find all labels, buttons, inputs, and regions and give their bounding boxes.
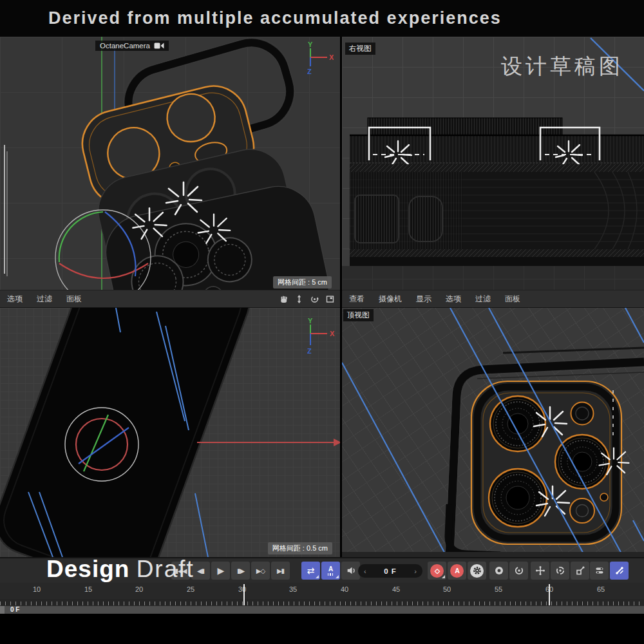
ruler-number: 30 <box>238 585 246 593</box>
viewport-right-view: 右视图 设计草稿图 <box>342 37 644 290</box>
menu-filter[interactable]: 过滤 <box>468 294 498 305</box>
playhead-marker[interactable] <box>0 606 5 614</box>
pla-toggle-button[interactable] <box>610 562 629 580</box>
orbit-icon <box>310 294 319 304</box>
go-to-start-button[interactable]: ▮◀◀ <box>171 562 190 580</box>
viewport-canvas-perspective[interactable] <box>0 37 340 290</box>
autokey-icon: A <box>450 564 464 578</box>
play-button[interactable]: ▶ <box>211 562 230 580</box>
move-icon <box>535 565 545 576</box>
ruler-number: 55 <box>495 585 502 593</box>
sliders-icon <box>594 565 605 576</box>
scale-toggle-button[interactable] <box>571 562 589 580</box>
record-keyframe-icon: ◇ <box>430 564 444 578</box>
app-window: Derived from multiple accumulated experi… <box>0 0 644 644</box>
menu-panel[interactable]: 面板 <box>59 294 89 305</box>
loop-mode-button[interactable]: ⇄ <box>301 562 320 580</box>
camera-label-badge: OctaneCamera <box>95 41 169 51</box>
y-axis-label: Y <box>308 41 313 48</box>
parameter-toggle-button[interactable] <box>590 562 609 580</box>
menu-options[interactable]: 选项 <box>0 294 30 305</box>
orbit-tool-button[interactable] <box>307 292 321 306</box>
frame-step-down-icon[interactable]: ‹ <box>364 567 366 575</box>
record-rotation-button[interactable] <box>509 562 528 580</box>
rotation-record-icon <box>514 565 524 576</box>
timeline-ruler[interactable]: 10 15 20 25 30 35 40 45 50 55 60 65 <box>0 583 644 599</box>
z-axis-label: Z <box>307 68 312 75</box>
next-key-button[interactable]: ▶◇ <box>251 562 270 580</box>
gear-icon <box>470 564 484 578</box>
point-level-animation-icon <box>614 565 625 576</box>
viewport-canvas-top-view[interactable] <box>342 308 644 557</box>
ruler-number: 50 <box>443 585 451 593</box>
dolly-icon <box>294 294 304 304</box>
camera-label: OctaneCamera <box>100 42 150 50</box>
ruler-number: 15 <box>84 585 92 593</box>
ruler-number: 40 <box>341 585 348 593</box>
menu-view[interactable]: 查看 <box>342 294 372 305</box>
record-keyframe-button[interactable]: ◇ <box>428 562 446 580</box>
ruler-number: 10 <box>33 585 41 593</box>
x-axis-label: X <box>330 330 335 337</box>
watermark-text: 设计草稿图 <box>501 52 623 81</box>
record-position-button[interactable] <box>489 562 508 580</box>
view-label-top: 顶视图 <box>343 309 374 321</box>
maximize-icon <box>325 294 335 304</box>
view-label-right: 右视图 <box>345 43 375 55</box>
frame-tick-strip[interactable] <box>0 599 644 606</box>
z-axis-label: Z <box>307 347 312 355</box>
ruler-number: 65 <box>597 585 605 593</box>
camera-icon <box>154 42 164 50</box>
page-title: Derived from multiple accumulated experi… <box>0 0 644 37</box>
timeline-scrubber[interactable]: 0 F <box>0 606 644 614</box>
brand-bold: Design <box>46 556 129 582</box>
next-frame-button[interactable]: ▮▶ <box>231 562 250 580</box>
autokeying-button[interactable]: A <box>448 562 466 580</box>
keying-settings-button[interactable] <box>468 562 486 580</box>
frame-value: 0 F <box>384 567 397 575</box>
current-frame-label: 0 F <box>10 606 19 614</box>
previous-frame-button[interactable]: ◀▮ <box>191 562 210 580</box>
animation-keys-button[interactable]: A <box>321 562 340 580</box>
hand-icon <box>279 294 289 304</box>
viewport-canvas-front-view[interactable] <box>0 308 340 557</box>
ruler-number: 20 <box>135 585 143 593</box>
position-record-icon <box>494 565 504 576</box>
menubar-perspective: 选项 过滤 面板 <box>0 290 340 308</box>
ruler-number: 25 <box>187 585 194 593</box>
rotation-toggle-button[interactable] <box>551 562 569 580</box>
viewport-front-view: Y X Z 网格间距 : 0.5 cm <box>0 308 340 557</box>
bottom-spacer <box>0 614 644 644</box>
timeline-bar: Design Draft ▮◀◀ ◀▮ ▶ ▮▶ ▶◇ ▶▮ ⇄ A <box>0 557 644 583</box>
ruler-number: 35 <box>289 585 297 593</box>
menubar-right-view: 查看 摄像机 显示 选项 过滤 面板 <box>342 290 644 308</box>
menu-cameras[interactable]: 摄像机 <box>372 294 409 305</box>
menu-options[interactable]: 选项 <box>439 294 468 305</box>
maximize-view-button[interactable] <box>323 292 337 306</box>
frame-field[interactable]: ‹ 0 F › <box>358 564 422 578</box>
menu-panel[interactable]: 面板 <box>498 294 527 305</box>
axis-gizmo-front: Y X Z <box>298 318 336 359</box>
grid-spacing-badge: 网格间距 : 0.5 cm <box>268 542 332 554</box>
viewport-shade <box>342 266 644 290</box>
viewport-perspective: OctaneCamera Y X Z 网格间距 : 5 cm <box>0 37 340 290</box>
go-to-end-button[interactable]: ▶▮ <box>271 562 290 580</box>
key-bars-icon <box>328 573 334 576</box>
keys-label: A <box>328 565 333 573</box>
preview-range-marker[interactable] <box>549 584 550 605</box>
position-toggle-button[interactable] <box>531 562 549 580</box>
pan-tool-button[interactable] <box>276 292 290 306</box>
frame-step-up-icon[interactable]: › <box>414 567 417 575</box>
scale-icon <box>575 565 585 576</box>
menu-filter[interactable]: 过滤 <box>30 294 59 305</box>
preview-range-marker[interactable] <box>243 584 245 605</box>
axis-gizmo-perspective: Y X Z <box>300 41 334 79</box>
viewport-top-view: 顶视图 <box>342 308 644 557</box>
y-axis-label: Y <box>308 318 313 325</box>
ruler-number: 45 <box>392 585 400 593</box>
x-axis-label: X <box>329 53 334 61</box>
dolly-tool-button[interactable] <box>292 292 306 306</box>
grid-spacing-badge: 网格间距 : 5 cm <box>273 276 332 289</box>
sound-button[interactable] <box>341 562 360 580</box>
menu-display[interactable]: 显示 <box>409 294 439 305</box>
